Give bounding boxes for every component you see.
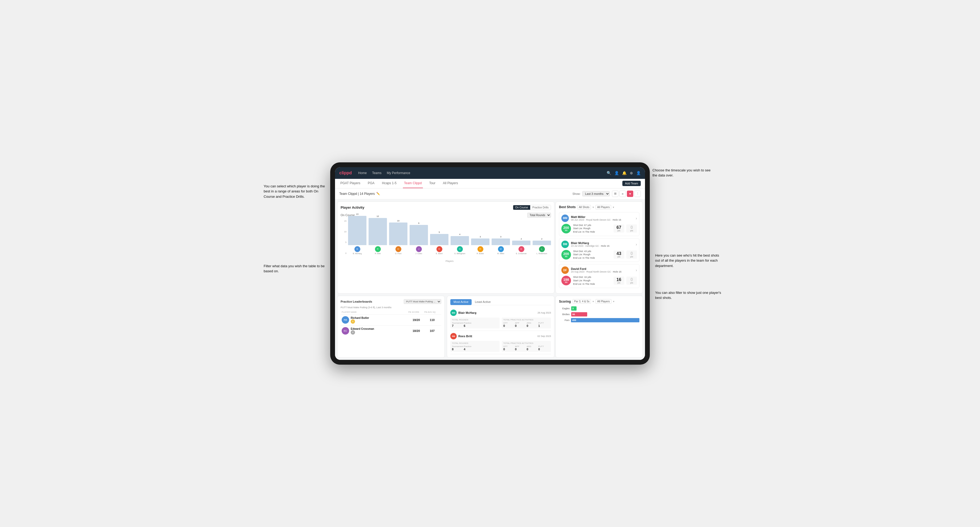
tab-tour[interactable]: Tour — [428, 179, 436, 188]
timescale-select[interactable]: Last 3 months Last month Last 6 months L… — [582, 191, 610, 197]
bar-value-5: 4 — [459, 233, 460, 236]
chevron-scoring: ▾ — [593, 300, 594, 303]
tablet-screen: clippd Home Teams My Performance 🔍 👤 🔔 ⊕… — [335, 167, 645, 360]
par-filter[interactable]: Par 3, 4 & 5s — [573, 299, 591, 304]
shot-stat-2a: 43 yds — [614, 251, 624, 259]
activity-tabs: Most Active Least Active — [450, 299, 551, 305]
player-name-bm: Blair McHarg — [571, 241, 636, 244]
apc-rounds-grid-2: Tournament8 Practice4 — [452, 345, 498, 351]
bar-5 — [450, 236, 469, 245]
player-name-mm: Matt Miller — [571, 215, 636, 219]
scoring-bar-eagles: 3 — [571, 306, 577, 311]
lb-player-name-2: Edward Crossman — [351, 327, 374, 330]
bar-group-1: 12 R R. Britt — [369, 215, 387, 254]
bar-value-2: 10 — [397, 220, 399, 222]
bar-group-7: 3 M M. Miller — [492, 236, 510, 254]
user-icon-btn[interactable]: 👤 — [636, 171, 641, 175]
bar-label-4: E. Ebert — [436, 252, 442, 254]
lb-col-name: PLAYER NAME — [342, 311, 408, 313]
all-shots-filter[interactable]: All Shots — [578, 205, 591, 210]
bar-4 — [430, 234, 449, 245]
plus-icon-btn[interactable]: ⊕ — [630, 171, 633, 175]
tab-most-active[interactable]: Most Active — [450, 299, 472, 305]
apc-stats-1: Total Rounds Tournament 7 Practice — [450, 317, 551, 329]
nav-link-home[interactable]: Home — [358, 171, 367, 175]
bar-label-9: L. Robertson — [536, 252, 547, 254]
scoring-players-filter[interactable]: All Players — [595, 299, 611, 304]
shot-chevron-2[interactable]: › — [636, 242, 637, 246]
scoring-label-pars: Pars — [559, 319, 570, 322]
grid-view-btn[interactable]: ⊞ — [612, 190, 618, 197]
lb-col-pb-avg: PB AVG SQ — [424, 311, 440, 313]
lb-avg-1: 110 — [424, 318, 440, 322]
bell-icon-btn[interactable]: 🔔 — [622, 171, 627, 175]
lb-col-pb-score: PB SCORE — [408, 311, 424, 313]
tab-pga[interactable]: PGA — [367, 179, 375, 188]
y-axis: 15 10 5 0 — [340, 220, 347, 254]
lb-select[interactable]: PUTT Must Make Putting ... — [404, 299, 441, 304]
apc-rounds-title-2: Total Rounds — [452, 342, 498, 344]
search-icon-btn[interactable]: 🔍 — [607, 171, 611, 175]
nav-link-myperformance[interactable]: My Performance — [387, 171, 410, 175]
shot-chevron-3[interactable]: › — [636, 268, 637, 272]
y-tick-5: 5 — [345, 241, 347, 243]
tab-least-active[interactable]: Least Active — [472, 299, 494, 305]
bar-label-1: R. Britt — [375, 252, 380, 254]
tab-all-players[interactable]: All Players — [442, 179, 459, 188]
player-meta-bm: 23 Jul 2023 · Ashridge GC · Hole 15 — [571, 244, 636, 247]
sub-tabs: PGAT Players PGA Hcaps 1-5 Team Clippd T… — [335, 179, 645, 189]
all-players-filter[interactable]: All Players — [595, 205, 611, 210]
apc-date-1: 26 Aug 2023 — [538, 311, 551, 314]
practice-leaderboards-panel: Practice Leaderboards PUTT Must Make Put… — [337, 296, 445, 358]
chevron-players: ▾ — [613, 206, 614, 209]
shot-stat-3a: 16 yds — [614, 276, 624, 285]
bar-group-2: 10 D D. Ford — [389, 220, 407, 254]
shot-badge-num-1: 200 — [563, 226, 569, 229]
bar-group-5: 4 G G. Billingham — [450, 233, 469, 254]
bar-label-2: D. Ford — [395, 252, 401, 254]
heart-view-btn[interactable]: ♥ — [627, 190, 633, 197]
lb-player-info-2: Edward Crossman 2 — [351, 327, 374, 335]
bar-group-9: 2 L L. Robertson — [533, 238, 551, 254]
tablet-frame: clippd Home Teams My Performance 🔍 👤 🔔 ⊕… — [330, 162, 650, 365]
shot-badge-2: 200 SG — [562, 250, 571, 259]
nav-link-teams[interactable]: Teams — [372, 171, 381, 175]
list-view-btn[interactable]: ≡ — [619, 190, 626, 197]
bar-group-4: 5 E E. Ebert — [430, 231, 449, 254]
bar-6 — [471, 238, 490, 245]
people-icon-btn[interactable]: 👤 — [614, 171, 619, 175]
bar-label-8: E. Crossman — [516, 252, 527, 254]
apc-activities-title-1: Total Practice Activities — [503, 319, 549, 321]
scoring-value-pars: 499 — [572, 319, 576, 322]
toggle-on-course[interactable]: On Course — [513, 205, 530, 210]
apc-rounds-block-2: Total Rounds Tournament8 Practice4 — [450, 341, 500, 352]
add-team-button[interactable]: Add Team — [622, 181, 641, 186]
shot-stat-1a: 67 yds — [614, 224, 624, 233]
apc-name-2: Rees Britt — [458, 335, 472, 338]
most-active-panel: Most Active Least Active BM Blair McHarg… — [447, 296, 554, 358]
edit-icon[interactable]: ✏️ — [376, 192, 380, 195]
bar-value-9: 2 — [541, 238, 542, 240]
toggle-practice[interactable]: Practice Drills — [530, 205, 551, 210]
shot-card-1: MM Matt Miller 09 Jun 2023 · Royal North… — [559, 212, 640, 236]
tab-pgat-players[interactable]: PGAT Players — [339, 179, 361, 188]
y-tick-10: 10 — [344, 230, 347, 233]
y-tick-15: 15 — [344, 220, 347, 222]
view-icons: ⊞ ≡ ♥ ⋮ — [612, 190, 641, 197]
bar-3 — [410, 225, 428, 245]
scoring-value-eagles: 3 — [572, 307, 574, 310]
annotation-right-middle: Here you can see who's hit the best shot… — [655, 253, 722, 268]
tab-hcaps[interactable]: Hcaps 1-5 — [381, 179, 398, 188]
shot-stat-3b: 0 yds — [626, 276, 637, 285]
shot-chevron-1[interactable]: › — [636, 216, 637, 221]
lb-table-header: PLAYER NAME PB SCORE PB AVG SQ — [340, 311, 441, 313]
bar-value-7: 3 — [500, 236, 501, 238]
bar-value-6: 3 — [480, 236, 481, 238]
filter-view-btn[interactable]: ⋮ — [634, 190, 641, 197]
tab-team-clippd[interactable]: Team Clippd — [403, 179, 423, 188]
bar-group-8: 2 E E. Crossman — [512, 238, 530, 254]
main-content: Player Activity On Course Practice Drill… — [335, 199, 645, 360]
player-avatar-mm: MM — [562, 214, 569, 222]
bar-9 — [533, 241, 551, 245]
rounds-dropdown[interactable]: Total Rounds Fairways Hit GIR — [527, 213, 551, 218]
